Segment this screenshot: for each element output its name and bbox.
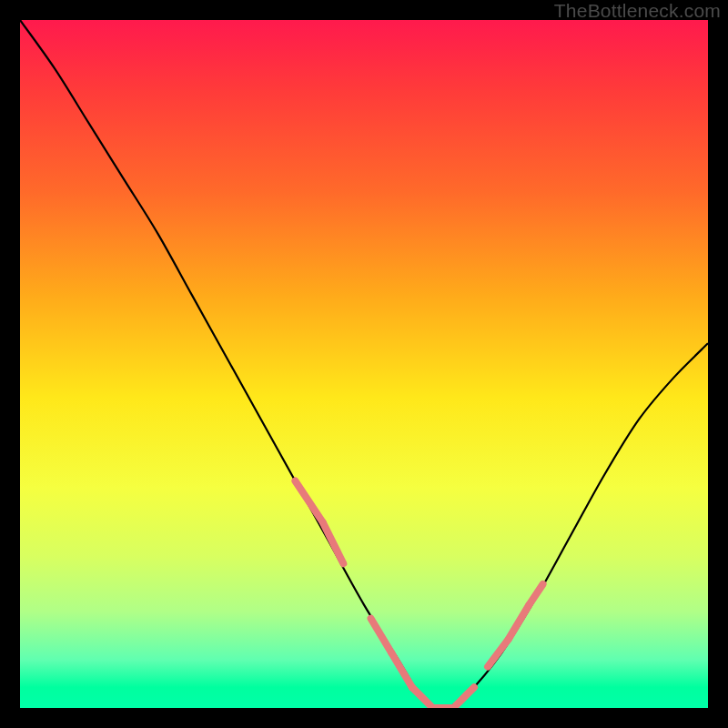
- highlight-segment: [323, 522, 344, 563]
- highlight-segment: [453, 687, 474, 708]
- curve-layer: [20, 20, 708, 708]
- bottleneck-curve: [20, 20, 708, 708]
- highlight-segment: [509, 605, 530, 640]
- chart-frame: TheBottleneck.com: [0, 0, 728, 728]
- plot-area: [20, 20, 708, 708]
- highlight-segment: [391, 653, 412, 688]
- watermark-text: TheBottleneck.com: [554, 0, 721, 22]
- highlight-segment: [529, 584, 542, 605]
- highlight-segment: [488, 639, 509, 666]
- highlight-segment: [412, 687, 433, 708]
- highlight-segment: [371, 619, 392, 653]
- highlight-segment: [295, 481, 322, 522]
